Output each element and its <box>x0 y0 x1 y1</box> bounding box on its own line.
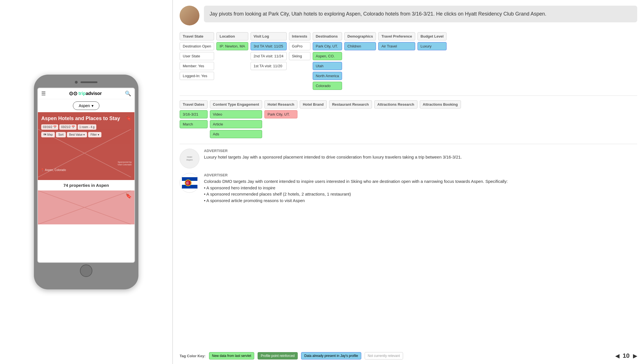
destinations-column: Destinations Park City, UT. Aspen, CO. U… <box>313 32 342 90</box>
avatar-image <box>180 6 199 25</box>
advertiser-2-description: Colorado DMO targets Jay with content in… <box>204 178 637 204</box>
advertiser-1-description: Luxury hotel targets Jay with a sponsore… <box>204 154 637 161</box>
visit-log-header: Visit Log <box>251 32 287 40</box>
date-range-tag: 3/16-3/21 <box>180 110 208 118</box>
calendar-icon: 📅 <box>53 125 56 129</box>
advertiser-2-label: ADVERTISER <box>204 173 637 177</box>
visit-1st-tag: 1st TA visit: 11/20 <box>251 62 287 70</box>
north-america-tag: North America <box>313 72 342 80</box>
logged-in-tag: Logged-In: Yes <box>180 72 214 80</box>
travel-pref-header: Travel Preference <box>378 32 415 40</box>
location-column: Location IP: Newton, MA <box>216 32 248 50</box>
hotel-research-column: Hotel Research Park City, UT. <box>264 100 297 118</box>
phone-hero: Aspen Hotels and Places to Stay 03/16/2 … <box>38 112 134 180</box>
calendar-icon-2: 📅 <box>71 125 75 129</box>
advertiser-1-text: ADVERTISER Luxury hotel targets Jay with… <box>204 149 637 161</box>
narrative-section: Jay pivots from looking at Park City, Ut… <box>180 6 637 25</box>
search-icon[interactable]: 🔍 <box>125 90 131 97</box>
travel-state-header: Travel State <box>180 32 214 40</box>
footer-section: Tag Color Key: New data from last servle… <box>180 352 637 359</box>
attractions-research-column: Attractions Research <box>374 100 417 109</box>
next-page-button[interactable]: ▶ <box>633 352 637 359</box>
top-data-grid: Travel State Destination Open User State… <box>180 32 637 90</box>
colorado-tag: Colorado <box>313 82 342 90</box>
skiing-tag: Skiing <box>289 52 310 60</box>
video-tag: Video <box>210 110 262 118</box>
travel-dates-column: Travel Dates 3/16-3/21 March <box>180 100 208 128</box>
section-divider <box>180 96 637 96</box>
travel-dates-header: Travel Dates <box>180 100 208 109</box>
tripadvisor-logo: ⊙⊙ tripadvisor <box>69 90 102 97</box>
budget-level-column: Budget Level Luxury <box>417 32 447 50</box>
interests-column: Interests GoPro Skiing <box>289 32 310 60</box>
section-divider-2 <box>180 144 637 144</box>
page-number: 10 <box>623 352 630 359</box>
date-from-text: 03/16/2 <box>43 125 52 129</box>
hotel-park-city-tag: Park City, UT. <box>264 110 297 118</box>
travel-preference-column: Travel Preference Air Travel <box>378 32 415 50</box>
date-to-text: 03/21/2 <box>61 125 70 129</box>
restaurant-research-header: Restaurant Research <box>329 100 372 109</box>
phone-outer: ☰ ⊙⊙ tripadvisor 🔍 Aspen ▾ Aspen Hotels … <box>34 75 138 289</box>
dropdown-icon: ▾ <box>92 103 93 108</box>
ta-logo-black: advisor <box>86 91 102 96</box>
bottom-data-grid: Travel Dates 3/16-3/21 March Content Typ… <box>180 100 637 138</box>
sponsored-text: Sponsored by Visit Colorado <box>118 161 132 166</box>
phone-screen: ☰ ⊙⊙ tripadvisor 🔍 Aspen ▾ Aspen Hotels … <box>37 88 135 263</box>
interests-header: Interests <box>289 32 310 40</box>
user-avatar <box>180 6 199 25</box>
demographics-column: Demographics Children <box>344 32 376 50</box>
user-state-tag: User State <box>180 52 214 60</box>
hamburger-icon[interactable]: ☰ <box>41 90 46 97</box>
phone-mockup-panel: ☰ ⊙⊙ tripadvisor 🔍 Aspen ▾ Aspen Hotels … <box>0 0 172 364</box>
hotel-research-header: Hotel Research <box>264 100 297 109</box>
hotel-advertiser-logo: HotelAspen <box>180 149 199 168</box>
colorado-flag-svg: C <box>182 177 197 188</box>
legend-new-data: New data from last servlet <box>209 352 254 359</box>
article-tag: Article <box>210 120 262 128</box>
advertiser-1-row: HotelAspen ADVERTISER Luxury hotel targe… <box>180 149 637 168</box>
attractions-booking-column: Attractions Booking <box>420 100 461 109</box>
location-pill[interactable]: Aspen ▾ <box>73 101 100 110</box>
destination-open-tag: Destination Open <box>180 42 214 50</box>
svg-text:C: C <box>186 181 189 185</box>
ta-logo-green: trip <box>79 91 86 96</box>
visit-log-column: Visit Log 3rd TA Visit: 11/25 2nd TA vis… <box>251 32 287 70</box>
location-text: Aspen <box>79 103 90 108</box>
card-bookmark-icon[interactable]: 🔖 <box>125 193 132 199</box>
march-tag: March <box>180 120 208 128</box>
narrative-text: Jay pivots from looking at Park City, Ut… <box>210 11 546 17</box>
prev-page-button[interactable]: ◀ <box>615 352 619 359</box>
travel-state-column: Travel State Destination Open User State… <box>180 32 214 80</box>
aspen-co-tag: Aspen, CO. <box>313 52 342 60</box>
location-bar: Aspen ▾ <box>38 99 134 112</box>
legend-already-present: Data already present in Jay's profile <box>301 352 361 359</box>
page-nav: ◀ 10 ▶ <box>615 352 637 359</box>
home-button[interactable] <box>80 265 92 277</box>
location-header: Location <box>216 32 248 40</box>
restaurant-research-column: Restaurant Research <box>329 100 372 109</box>
colorado-advertiser-logo: C <box>180 173 199 193</box>
demographics-header: Demographics <box>344 32 376 40</box>
advertiser-2-row: C ADVERTISER Colorado DMO targets Jay wi… <box>180 173 637 204</box>
legend-reinforced: Profile point reinforced <box>258 352 298 359</box>
content-type-column: Content Type Engagement Video Article Ad… <box>210 100 262 138</box>
bookmark-icon[interactable]: 🔖 <box>125 115 132 121</box>
hotel-brand-header: Hotel Brand <box>300 100 327 109</box>
park-city-dest-tag: Park City, UT. <box>313 42 342 50</box>
phone-camera <box>75 81 78 84</box>
right-panel: Jay pivots from looking at Park City, Ut… <box>173 0 644 364</box>
phone-header: ☰ ⊙⊙ tripadvisor 🔍 <box>38 88 134 99</box>
ip-newton-tag: IP: Newton, MA <box>216 42 248 50</box>
tag-color-key-label: Tag Color Key: <box>180 354 206 358</box>
content-type-header: Content Type Engagement <box>210 100 262 109</box>
air-travel-tag: Air Travel <box>378 42 415 50</box>
budget-header: Budget Level <box>417 32 447 40</box>
properties-count: 74 properties in Aspen <box>63 183 109 188</box>
phone-top-bar <box>37 78 135 86</box>
visit-2nd-tag: 2nd TA visit: 11/24 <box>251 52 287 60</box>
utah-tag: Utah <box>313 62 342 70</box>
location-name: Aspen, Colorado <box>45 168 66 172</box>
advertiser-section: HotelAspen ADVERTISER Luxury hotel targe… <box>180 149 637 204</box>
attractions-booking-header: Attractions Booking <box>420 100 461 109</box>
